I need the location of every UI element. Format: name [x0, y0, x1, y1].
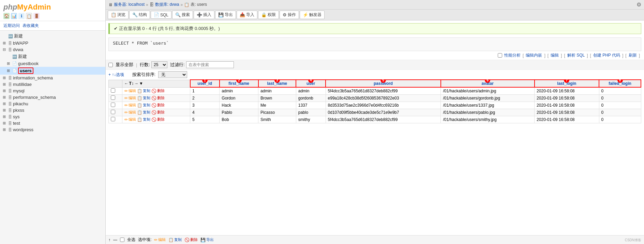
edit-row-button[interactable]: ✏编辑 — [124, 95, 136, 101]
sidebar-item-wordpress[interactable]: ⊞ 🗄 wordpress — [0, 126, 105, 133]
delete-row-button[interactable]: 🚫删除 — [151, 117, 165, 122]
perf-analysis-link[interactable]: 性能分析 — [504, 52, 521, 58]
cell-password: 8d3533d75ae2c3966d7e0d4fcc69216b — [326, 102, 441, 109]
database-icon[interactable]: 📊 — [11, 13, 17, 19]
toolbar-sql-button[interactable]: 📄 SQL — [151, 11, 171, 19]
options-link[interactable]: + ↑↓选项 — [108, 72, 124, 78]
toolbar-operations-button[interactable]: ⚙ 操作 — [280, 11, 299, 19]
edit-row-button[interactable]: ✏编辑 — [124, 110, 136, 115]
sidebar-item-dvwa[interactable]: ⊟ 🗄 dvwa — [0, 46, 105, 53]
toolbar-permissions-button[interactable]: 🔒 权限 — [258, 11, 279, 19]
sidebar-item-new-top[interactable]: 🆕 新建 — [0, 32, 105, 40]
cell-avatar: /01/hackable/users/pablo.jpg — [441, 109, 535, 116]
copy-row-button[interactable]: 📋复制 — [137, 110, 150, 115]
bookmarks-link[interactable]: 表收藏夹 — [23, 23, 39, 29]
sql-icon: 📄 — [154, 12, 159, 17]
delete-row-button[interactable]: 🚫删除 — [151, 110, 165, 115]
row-checkbox[interactable] — [111, 117, 115, 121]
toolbar-triggers-button[interactable]: ⚡ 触发器 — [300, 11, 325, 19]
perf-analysis-checkbox[interactable] — [498, 53, 502, 58]
edit-row-button[interactable]: ✏编辑 — [124, 117, 136, 122]
toolbar-insert-button[interactable]: ➕ 插入 — [194, 11, 214, 19]
nav-icon[interactable]: 📋 — [26, 13, 32, 19]
sidebar-item-guestbook[interactable]: ⊞ 📄 guestbook — [0, 60, 105, 67]
sort-select[interactable]: 无 PRIMARY — [158, 71, 187, 78]
cell-failed_login: 0 — [599, 109, 641, 116]
sidebar-item-performance-schema[interactable]: ⊞ 🗄 performance_schema — [0, 94, 105, 101]
toolbar-browse-button[interactable]: 📋 浏览 — [108, 11, 129, 19]
create-php-link[interactable]: 创建 PHP 代码 — [593, 52, 620, 58]
refresh-link[interactable]: 刷新 — [629, 52, 637, 58]
row-count-select[interactable]: 25 50 100 250 500 — [151, 61, 167, 68]
toolbar-structure-button[interactable]: 🔧 结构 — [129, 11, 150, 19]
select-all-checkbox[interactable] — [120, 238, 124, 242]
edit-row-button[interactable]: ✏编辑 — [124, 88, 136, 93]
toggle-open-icon: ⊟ — [3, 47, 8, 52]
col-last-name-header[interactable]: 3 last_name — [258, 80, 296, 87]
breadcrumb-table-icon: 📋 — [184, 2, 189, 7]
toolbar-export-button[interactable]: 💾 导出 — [215, 11, 236, 19]
cell-last_name: Smith — [258, 116, 296, 123]
sidebar-item-information-schema[interactable]: ⊞ 🗄 information_schema — [0, 75, 105, 81]
settings-icon[interactable]: ⚙ — [636, 1, 641, 8]
delete-row-button[interactable]: 🚫删除 — [151, 88, 165, 93]
sidebar-item-users[interactable]: ⊞ 📄 users — [0, 67, 105, 75]
copy-row-button[interactable]: 📋复制 — [137, 88, 150, 93]
sidebar-item-label: 新建 — [14, 33, 23, 39]
toolbar-search-button[interactable]: 🔍 搜索 — [172, 11, 193, 19]
filter-input[interactable] — [186, 61, 234, 68]
copy-row-button[interactable]: 📋复制 — [137, 117, 150, 122]
dropdown-arrow-icon[interactable]: ▼ — [139, 81, 143, 86]
operations-icon: ⚙ — [283, 12, 287, 17]
sidebar-item-pkxss[interactable]: ⊞ 🗄 pkxss — [0, 107, 105, 113]
row-checkbox[interactable] — [111, 95, 115, 100]
edit-row-button[interactable]: ✏编辑 — [124, 103, 136, 108]
delete-row-button[interactable]: 🚫删除 — [151, 103, 165, 108]
info-icon[interactable]: ℹ — [18, 13, 25, 19]
bottom-delete-button[interactable]: 🚫 删除 — [184, 237, 198, 242]
breadcrumb-db[interactable]: 数据库: dvwa — [155, 2, 179, 7]
options-row: 性能分析 [ 编辑内嵌 ] [ 编辑 ] [ 解析 SQL ] [ 创建 PHP… — [106, 51, 644, 60]
toggle-icon: ⊞ — [3, 102, 8, 106]
parse-sql-link[interactable]: 解析 SQL — [567, 52, 585, 58]
col-avatar-header[interactable]: 6 avatar — [441, 80, 535, 87]
col-first-name-header[interactable]: 2 first_name — [220, 80, 258, 87]
col-password-header[interactable]: 5 password — [326, 80, 441, 87]
copy-row-button[interactable]: 📋复制 — [137, 95, 150, 101]
db-icon: 🗄 — [8, 128, 12, 132]
sidebar-item-pikachu[interactable]: ⊞ 🗄 pikachu — [0, 101, 105, 107]
toolbar-operations-label: 操作 — [288, 12, 296, 18]
sidebar-item-test[interactable]: ⊞ 🗄 test — [0, 120, 105, 126]
row-checkbox[interactable] — [111, 88, 115, 93]
show-all-checkbox[interactable] — [108, 63, 113, 67]
sidebar-item-mutillidae[interactable]: ⊞ 🗄 mutillidae — [0, 81, 105, 88]
delete-row-button[interactable]: 🚫删除 — [151, 95, 165, 101]
copy-row-button[interactable]: 📋复制 — [137, 103, 150, 108]
row-checkbox[interactable] — [111, 103, 115, 107]
col-failed-login-header[interactable]: 8 failed_login — [599, 80, 641, 87]
edit-link[interactable]: 编辑 — [551, 52, 559, 58]
recent-link[interactable]: 近期访问 — [3, 23, 20, 29]
bottom-copy-button[interactable]: 📋 复制 — [168, 237, 182, 242]
sql-query-display: SELECT * FROM `users` — [108, 37, 641, 51]
logo-php: php — [3, 3, 17, 11]
bottom-edit-button[interactable]: ✏ 编辑 — [154, 237, 166, 242]
sidebar-item-dvwa-new[interactable]: 🆕 新建 — [0, 53, 105, 60]
opt-sep10: ] — [639, 53, 640, 58]
sidebar-item-sys[interactable]: ⊞ 🗄 sys — [0, 113, 105, 120]
col-last-login-header[interactable]: 7 last_login — [535, 80, 599, 87]
breadcrumb-server[interactable]: 服务器: localhost — [114, 2, 145, 7]
edit-embed-link[interactable]: 编辑内嵌 — [526, 52, 542, 58]
row-checkbox[interactable] — [111, 110, 115, 114]
delete-icon: 🚫 — [151, 110, 156, 115]
sort-arrows-icon[interactable]: T↕ — [129, 81, 134, 86]
sidebar-item-bwapp[interactable]: ⊞ 🗄 bWAPP — [0, 40, 105, 46]
bottom-export-button[interactable]: 💾 导出 — [200, 237, 214, 242]
exit-icon[interactable]: 🚪 — [33, 13, 40, 19]
col-user-id-header[interactable]: 1 user_id — [190, 80, 220, 87]
col-user-header[interactable]: 4 user — [296, 80, 326, 87]
cell-last_login: 2020-01-09 16:58:08 — [535, 94, 599, 102]
sidebar-item-mysql[interactable]: ⊞ 🗄 mysql — [0, 88, 105, 94]
toolbar-import-button[interactable]: 📥 导入 — [237, 11, 257, 19]
home-icon[interactable]: 🏠 — [3, 13, 10, 19]
